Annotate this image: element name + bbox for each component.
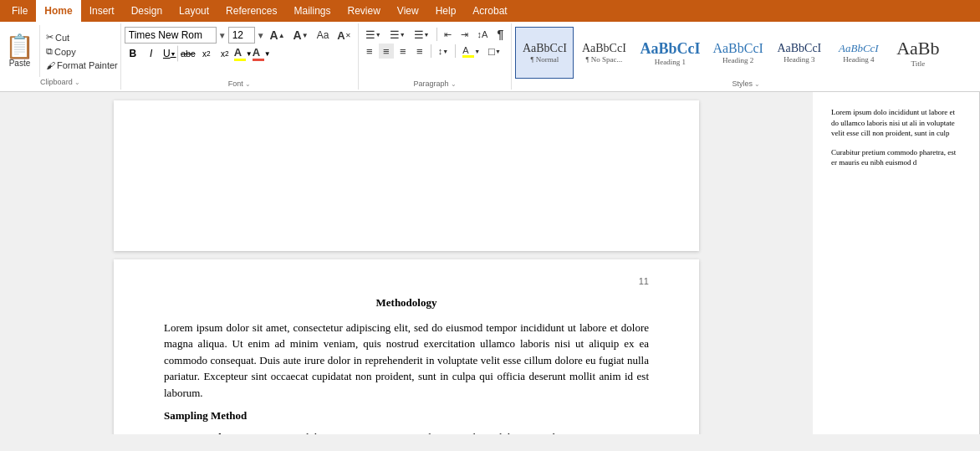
procedure-label: Procedure. <box>189 431 240 435</box>
separator3 <box>455 44 456 58</box>
font-name-input[interactable] <box>125 27 217 44</box>
style-title-label: Title <box>911 59 926 68</box>
style-heading4-preview: AaBbCcI <box>839 42 879 55</box>
decrease-indent-button[interactable]: ⇤ <box>441 27 456 42</box>
bold-button[interactable]: B <box>125 45 141 62</box>
line-spacing-button[interactable]: ↕▼ <box>435 44 452 59</box>
para-row1: ☰▼ ☰▼ ☰▼ ⇤ ⇥ ↕A ¶ <box>362 27 508 42</box>
italic-button[interactable]: I <box>143 45 160 62</box>
font-name-dropdown-icon[interactable]: ▼ <box>218 31 227 40</box>
paste-button[interactable]: 📋 Paste <box>0 25 40 77</box>
tab-home[interactable]: Home <box>36 0 80 22</box>
borders-button[interactable]: □▼ <box>485 44 504 59</box>
font-expand-icon[interactable]: ⌄ <box>245 80 251 88</box>
style-heading1-label: Heading 1 <box>655 58 686 66</box>
style-normal-preview: AaBbCcI <box>523 42 567 55</box>
font-section-body: ▼ ▼ A▲ A▼ Aa A ✕ B I U▼ <box>125 25 355 79</box>
para-row2: ≡ ≡ ≡ ≡ ↕▼ A ▼ □▼ <box>362 44 508 59</box>
strikethrough-button[interactable]: abc <box>180 45 197 62</box>
style-heading1-preview: AaBbCcI <box>640 40 700 58</box>
style-heading2[interactable]: AaBbCcI Heading 2 <box>707 27 768 79</box>
methodology-heading: Methodology <box>164 295 649 311</box>
paste-label: Paste <box>9 59 31 68</box>
font-color-button[interactable]: A ▼ <box>253 45 270 62</box>
styles-expand-icon[interactable]: ⌄ <box>754 80 760 88</box>
copy-button[interactable]: ⧉ Copy <box>43 45 120 58</box>
font-size-dropdown-icon[interactable]: ▼ <box>257 31 265 40</box>
text-highlight-button[interactable]: A ▼ <box>235 45 252 62</box>
style-heading1[interactable]: AaBbCcI Heading 1 <box>634 27 706 79</box>
procedure-text: Lorem ipsum dolor sit amet, consectetur … <box>242 431 555 435</box>
font-size-input[interactable] <box>228 27 255 44</box>
tab-file[interactable]: File <box>3 0 36 22</box>
style-heading4[interactable]: AaBbCcI Heading 4 <box>829 27 888 79</box>
clipboard-expand-icon[interactable]: ⌄ <box>74 79 80 86</box>
sampling-method-heading: Sampling Method <box>164 407 649 424</box>
document-content[interactable]: Methodology Lorem ipsum dolor sit amet, … <box>164 295 649 434</box>
style-heading4-label: Heading 4 <box>843 55 874 64</box>
styles-section-label: Styles ⌄ <box>515 79 977 90</box>
paragraph-expand-icon[interactable]: ⌄ <box>451 80 457 88</box>
document-scroll[interactable]: 11 Methodology Lorem ipsum dolor sit ame… <box>0 92 813 434</box>
clipboard-section-label: Clipboard ⌄ <box>0 77 120 88</box>
right-pane: Lorem ipsum dolo incididunt ut labore et… <box>813 92 980 434</box>
ribbon: 📋 Paste ✂ Cut ⧉ Copy <box>0 22 980 92</box>
tab-acrobat[interactable]: Acrobat <box>464 0 515 22</box>
scissors-icon: ✂ <box>46 32 54 43</box>
style-no-spacing[interactable]: AaBbCcI ¶ No Spac... <box>574 27 633 79</box>
subscript-button[interactable]: x2 <box>198 45 215 62</box>
font-decrease-button[interactable]: A▼ <box>290 28 312 43</box>
multilevel-list-button[interactable]: ☰▼ <box>411 27 433 42</box>
show-formatting-marks-button[interactable]: ¶ <box>493 27 508 42</box>
align-right-button[interactable]: ≡ <box>396 44 411 59</box>
style-heading3[interactable]: AaBbCcI Heading 3 <box>770 27 829 79</box>
cut-button[interactable]: ✂ Cut <box>43 31 120 44</box>
tab-help[interactable]: Help <box>427 0 465 22</box>
right-para2: Curabitur pretium commodo pharetra, est … <box>831 147 962 168</box>
styles-gallery: AaBbCcI ¶ Normal AaBbCcI ¶ No Spac... Aa… <box>515 27 977 79</box>
tab-design[interactable]: Design <box>123 0 171 22</box>
clear-formatting-button[interactable]: A ✕ <box>334 28 354 43</box>
font-row1: ▼ ▼ A▲ A▼ Aa A ✕ <box>125 27 355 44</box>
style-title[interactable]: AaBb Title <box>889 27 947 79</box>
paragraph-section-label: Paragraph ⌄ <box>362 79 508 90</box>
shading-button[interactable]: A ▼ <box>459 44 483 59</box>
justify-button[interactable]: ≡ <box>412 44 427 59</box>
tab-review[interactable]: Review <box>339 0 388 22</box>
font-section: ▼ ▼ A▲ A▼ Aa A ✕ B I U▼ <box>121 23 359 90</box>
tab-references[interactable]: References <box>217 0 285 22</box>
ribbon-main: 📋 Paste ✂ Cut ⧉ Copy <box>0 22 980 91</box>
clipboard-sub: ✂ Cut ⧉ Copy 🖌 Format Painter <box>40 25 120 77</box>
style-title-preview: AaBb <box>896 38 939 59</box>
style-heading2-preview: AaBbCcI <box>712 41 763 56</box>
font-increase-button[interactable]: A▲ <box>267 28 288 43</box>
sort-button[interactable]: ↕A <box>474 27 492 42</box>
align-left-button[interactable]: ≡ <box>362 44 377 59</box>
tab-insert[interactable]: Insert <box>81 0 123 22</box>
paragraph-section: ☰▼ ☰▼ ☰▼ ⇤ ⇥ ↕A ¶ ≡ ≡ ≡ ≡ ↕▼ <box>359 23 513 90</box>
change-case-button[interactable]: Aa <box>314 28 333 43</box>
ribbon-tabs: File Home Insert Design Layout Reference… <box>0 0 980 22</box>
clipboard-section: 📋 Paste ✂ Cut ⧉ Copy <box>0 23 121 90</box>
bullets-button[interactable]: ☰▼ <box>362 27 385 42</box>
format-painter-button[interactable]: 🖌 Format Painter <box>43 59 120 71</box>
styles-section-body: AaBbCcI ¶ Normal AaBbCcI ¶ No Spac... Aa… <box>515 25 977 79</box>
tab-view[interactable]: View <box>389 0 427 22</box>
separator2 <box>431 44 431 58</box>
tab-layout[interactable]: Layout <box>171 0 217 22</box>
format-painter-icon: 🖌 <box>46 60 55 70</box>
document-area: 11 Methodology Lorem ipsum dolor sit ame… <box>0 92 980 434</box>
style-normal-label: ¶ Normal <box>530 55 559 64</box>
separator1 <box>436 28 437 41</box>
styles-section: AaBbCcI ¶ Normal AaBbCcI ¶ No Spac... Aa… <box>512 23 980 90</box>
numbering-button[interactable]: ☰▼ <box>386 27 409 42</box>
underline-button[interactable]: U▼ <box>161 45 178 62</box>
increase-indent-button[interactable]: ⇥ <box>457 27 472 42</box>
main-page: 11 Methodology Lorem ipsum dolor sit ame… <box>114 259 699 434</box>
superscript-button[interactable]: x2 <box>217 45 233 62</box>
tab-mailings[interactable]: Mailings <box>285 0 339 22</box>
align-center-button[interactable]: ≡ <box>379 44 394 59</box>
page-top-partial <box>114 100 699 251</box>
style-normal[interactable]: AaBbCcI ¶ Normal <box>515 27 574 79</box>
style-no-spacing-preview: AaBbCcI <box>582 42 626 55</box>
